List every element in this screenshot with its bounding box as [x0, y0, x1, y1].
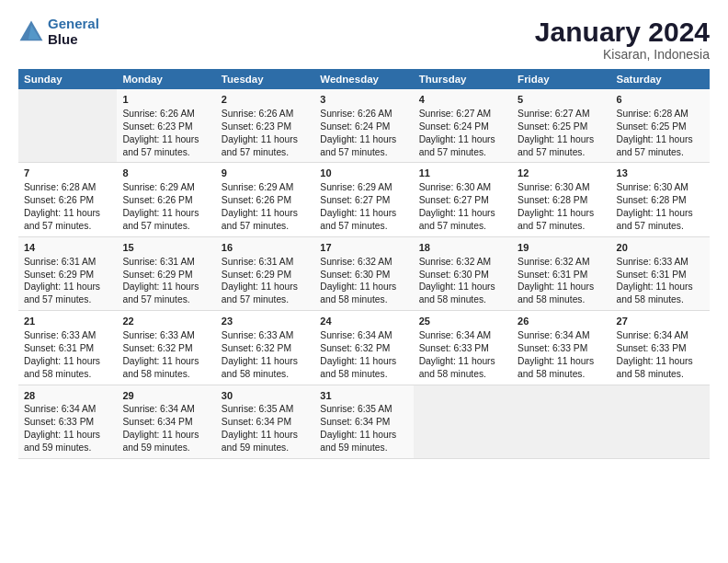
day-info: Sunrise: 6:34 AM [24, 403, 111, 416]
day-cell-20: 20Sunrise: 6:33 AMSunset: 6:31 PMDayligh… [611, 236, 710, 310]
day-cell-29: 29Sunrise: 6:34 AMSunset: 6:34 PMDayligh… [117, 385, 215, 458]
day-info: Daylight: 11 hours and 57 minutes. [24, 281, 111, 306]
day-info: Daylight: 11 hours and 57 minutes. [222, 281, 309, 306]
day-info: Sunset: 6:28 PM [518, 194, 605, 207]
title-block: January 2024 Kisaran, Indonesia [535, 17, 710, 62]
day-info: Daylight: 11 hours and 57 minutes. [222, 133, 309, 159]
day-number: 30 [222, 389, 309, 403]
day-info: Sunset: 6:24 PM [320, 121, 407, 133]
day-info: Sunset: 6:25 PM [518, 121, 605, 133]
day-info: Daylight: 11 hours and 58 minutes. [320, 281, 407, 306]
day-info: Daylight: 11 hours and 59 minutes. [320, 429, 407, 454]
week-row-2: 7Sunrise: 6:28 AMSunset: 6:26 PMDaylight… [18, 163, 710, 236]
day-info: Daylight: 11 hours and 57 minutes. [222, 207, 309, 233]
day-number: 27 [617, 315, 704, 328]
day-info: Sunrise: 6:29 AM [320, 181, 407, 194]
day-info: Daylight: 11 hours and 58 minutes. [122, 355, 210, 381]
day-info: Sunset: 6:34 PM [320, 416, 407, 429]
day-cell-24: 24Sunrise: 6:34 AMSunset: 6:32 PMDayligh… [314, 311, 413, 385]
day-cell-6: 6Sunrise: 6:28 AMSunset: 6:25 PMDaylight… [611, 89, 710, 163]
day-info: Sunrise: 6:30 AM [419, 181, 506, 194]
day-info: Sunset: 6:29 PM [122, 269, 210, 282]
day-cell-25: 25Sunrise: 6:34 AMSunset: 6:33 PMDayligh… [414, 311, 512, 385]
day-cell-19: 19Sunrise: 6:32 AMSunset: 6:31 PMDayligh… [512, 236, 610, 310]
day-info: Sunrise: 6:31 AM [122, 256, 210, 269]
day-cell-16: 16Sunrise: 6:31 AMSunset: 6:29 PMDayligh… [216, 236, 314, 310]
week-row-3: 14Sunrise: 6:31 AMSunset: 6:29 PMDayligh… [18, 236, 710, 310]
day-info: Sunset: 6:31 PM [24, 342, 111, 355]
day-info: Daylight: 11 hours and 58 minutes. [419, 355, 506, 381]
day-number: 11 [419, 167, 506, 180]
day-info: Sunrise: 6:32 AM [518, 256, 605, 269]
day-info: Sunrise: 6:33 AM [24, 329, 111, 342]
day-cell-11: 11Sunrise: 6:30 AMSunset: 6:27 PMDayligh… [414, 163, 512, 236]
day-cell-empty [611, 385, 710, 458]
day-info: Sunset: 6:31 PM [617, 269, 704, 282]
day-cell-27: 27Sunrise: 6:34 AMSunset: 6:33 PMDayligh… [611, 311, 710, 385]
day-cell-9: 9Sunrise: 6:29 AMSunset: 6:26 PMDaylight… [216, 163, 314, 236]
day-info: Daylight: 11 hours and 58 minutes. [518, 281, 605, 306]
day-cell-15: 15Sunrise: 6:31 AMSunset: 6:29 PMDayligh… [117, 236, 215, 310]
day-number: 19 [518, 241, 605, 255]
day-cell-12: 12Sunrise: 6:30 AMSunset: 6:28 PMDayligh… [512, 163, 610, 236]
day-info: Daylight: 11 hours and 57 minutes. [617, 207, 704, 233]
day-cell-22: 22Sunrise: 6:33 AMSunset: 6:32 PMDayligh… [117, 311, 215, 385]
day-cell-31: 31Sunrise: 6:35 AMSunset: 6:34 PMDayligh… [314, 385, 413, 458]
day-number: 1 [122, 93, 210, 107]
day-cell-30: 30Sunrise: 6:35 AMSunset: 6:34 PMDayligh… [216, 385, 314, 458]
day-info: Sunrise: 6:34 AM [518, 329, 605, 342]
week-row-4: 21Sunrise: 6:33 AMSunset: 6:31 PMDayligh… [18, 311, 710, 385]
col-header-sunday: Sunday [18, 69, 117, 89]
day-info: Sunset: 6:26 PM [222, 194, 309, 207]
day-cell-14: 14Sunrise: 6:31 AMSunset: 6:29 PMDayligh… [18, 236, 117, 310]
day-info: Daylight: 11 hours and 57 minutes. [122, 133, 210, 159]
day-info: Sunrise: 6:26 AM [122, 108, 210, 121]
day-info: Daylight: 11 hours and 58 minutes. [24, 355, 111, 381]
header-row: SundayMondayTuesdayWednesdayThursdayFrid… [18, 69, 710, 89]
day-info: Daylight: 11 hours and 58 minutes. [320, 355, 407, 381]
day-number: 7 [24, 167, 111, 180]
day-number: 6 [617, 93, 704, 107]
day-cell-1: 1Sunrise: 6:26 AMSunset: 6:23 PMDaylight… [117, 89, 215, 163]
day-info: Sunset: 6:23 PM [122, 121, 210, 133]
day-info: Sunrise: 6:27 AM [419, 108, 506, 121]
day-info: Sunset: 6:26 PM [24, 194, 111, 207]
day-number: 14 [24, 241, 111, 255]
day-info: Sunrise: 6:29 AM [122, 181, 210, 194]
subtitle: Kisaran, Indonesia [535, 47, 710, 62]
day-info: Sunset: 6:27 PM [419, 194, 506, 207]
calendar-table: SundayMondayTuesdayWednesdayThursdayFrid… [18, 69, 710, 459]
day-info: Sunset: 6:32 PM [222, 342, 309, 355]
day-info: Sunset: 6:29 PM [24, 269, 111, 282]
day-info: Sunset: 6:32 PM [122, 342, 210, 355]
day-number: 18 [419, 241, 506, 255]
day-info: Sunrise: 6:34 AM [320, 329, 407, 342]
day-cell-23: 23Sunrise: 6:33 AMSunset: 6:32 PMDayligh… [216, 311, 314, 385]
day-cell-28: 28Sunrise: 6:34 AMSunset: 6:33 PMDayligh… [18, 385, 117, 458]
day-cell-4: 4Sunrise: 6:27 AMSunset: 6:24 PMDaylight… [414, 89, 512, 163]
day-info: Sunrise: 6:28 AM [24, 181, 111, 194]
day-info: Daylight: 11 hours and 59 minutes. [24, 429, 111, 454]
day-info: Sunrise: 6:33 AM [122, 329, 210, 342]
day-cell-18: 18Sunrise: 6:32 AMSunset: 6:30 PMDayligh… [414, 236, 512, 310]
day-info: Sunset: 6:23 PM [222, 121, 309, 133]
col-header-wednesday: Wednesday [314, 69, 413, 89]
day-info: Sunset: 6:33 PM [617, 342, 704, 355]
day-cell-2: 2Sunrise: 6:26 AMSunset: 6:23 PMDaylight… [216, 89, 314, 163]
header: General Blue January 2024 Kisaran, Indon… [18, 17, 710, 62]
day-info: Daylight: 11 hours and 57 minutes. [24, 207, 111, 233]
day-cell-26: 26Sunrise: 6:34 AMSunset: 6:33 PMDayligh… [512, 311, 610, 385]
day-cell-8: 8Sunrise: 6:29 AMSunset: 6:26 PMDaylight… [117, 163, 215, 236]
day-info: Sunset: 6:33 PM [419, 342, 506, 355]
day-info: Sunset: 6:27 PM [320, 194, 407, 207]
day-info: Daylight: 11 hours and 58 minutes. [518, 355, 605, 381]
week-row-5: 28Sunrise: 6:34 AMSunset: 6:33 PMDayligh… [18, 385, 710, 458]
day-number: 23 [222, 315, 309, 328]
day-info: Sunset: 6:30 PM [320, 269, 407, 282]
day-cell-17: 17Sunrise: 6:32 AMSunset: 6:30 PMDayligh… [314, 236, 413, 310]
day-cell-10: 10Sunrise: 6:29 AMSunset: 6:27 PMDayligh… [314, 163, 413, 236]
day-cell-7: 7Sunrise: 6:28 AMSunset: 6:26 PMDaylight… [18, 163, 117, 236]
day-number: 5 [518, 93, 605, 107]
day-info: Daylight: 11 hours and 57 minutes. [617, 133, 704, 159]
day-info: Daylight: 11 hours and 57 minutes. [419, 133, 506, 159]
